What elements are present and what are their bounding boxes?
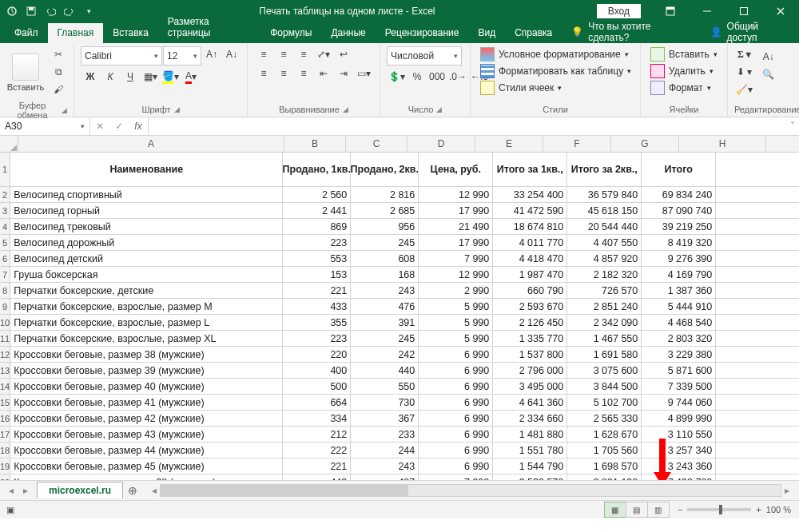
- cell[interactable]: 2 565 330: [567, 411, 642, 426]
- row-header[interactable]: 11: [0, 331, 10, 347]
- cell[interactable]: 3 495 000: [493, 379, 567, 394]
- cell[interactable]: 212: [283, 427, 351, 442]
- cell[interactable]: Кроссовки теннисные, размер 38 (мужские): [10, 474, 283, 480]
- cell[interactable]: 440: [351, 363, 419, 378]
- minimize-icon[interactable]: [689, 0, 725, 22]
- cell[interactable]: Наименование: [10, 153, 283, 186]
- cell[interactable]: 1 537 800: [493, 347, 567, 362]
- row-header[interactable]: 9: [0, 299, 10, 315]
- cell[interactable]: Кроссовки беговые, размер 38 (мужские): [10, 347, 283, 362]
- cell[interactable]: 1 481 880: [493, 427, 567, 442]
- cell[interactable]: 7 990: [419, 474, 493, 480]
- cell[interactable]: 9 276 390: [642, 251, 716, 266]
- cell[interactable]: 5 444 910: [642, 299, 716, 314]
- cell[interactable]: 1 544 790: [493, 459, 567, 474]
- autosave-icon[interactable]: [3, 2, 21, 20]
- cell[interactable]: Перчатки боксерские, детские: [10, 283, 283, 298]
- cell[interactable]: 12 990: [419, 187, 493, 202]
- cell[interactable]: 334: [283, 411, 351, 426]
- row-header[interactable]: 20: [0, 474, 10, 480]
- cell[interactable]: 2 560: [283, 187, 351, 202]
- cell[interactable]: 5 990: [419, 299, 493, 314]
- indent-decrease-icon[interactable]: ⇤: [314, 66, 333, 81]
- row-header[interactable]: 16: [0, 411, 10, 427]
- cell[interactable]: Кроссовки беговые, размер 42 (мужские): [10, 411, 283, 426]
- cell[interactable]: 6 990: [419, 395, 493, 410]
- format-painter-icon[interactable]: 🖌: [50, 81, 67, 97]
- maximize-icon[interactable]: [725, 0, 762, 22]
- row-header[interactable]: 12: [0, 347, 10, 363]
- cell[interactable]: 6 990: [419, 347, 493, 362]
- ribbon-display-icon[interactable]: [652, 0, 689, 22]
- align-top-icon[interactable]: ≡: [254, 46, 273, 62]
- wrap-text-icon[interactable]: ↩: [334, 46, 353, 62]
- cell[interactable]: 1 551 780: [493, 443, 567, 458]
- cell[interactable]: 36 579 840: [567, 187, 642, 202]
- cell[interactable]: 18 674 810: [493, 219, 567, 234]
- cell[interactable]: 244: [351, 443, 419, 458]
- tab-home[interactable]: Главная: [48, 23, 104, 43]
- font-name-combo[interactable]: Calibri▾: [81, 46, 162, 66]
- cell[interactable]: 5 871 600: [642, 363, 716, 378]
- cell[interactable]: [716, 427, 799, 442]
- cell[interactable]: Продано, 2кв.: [351, 153, 419, 186]
- row-header[interactable]: 2: [0, 187, 10, 203]
- clear-button[interactable]: 🧹▾: [734, 81, 754, 97]
- column-header[interactable]: F: [543, 136, 611, 152]
- cell[interactable]: 153: [283, 267, 351, 282]
- row-header[interactable]: 18: [0, 443, 10, 459]
- align-center-icon[interactable]: ≡: [274, 66, 293, 81]
- row-header[interactable]: 14: [0, 379, 10, 395]
- cell[interactable]: 355: [283, 315, 351, 330]
- cell[interactable]: [716, 379, 799, 394]
- cell[interactable]: 660 790: [493, 283, 567, 298]
- sort-filter-button[interactable]: A↓: [759, 51, 778, 62]
- cell[interactable]: 3 075 600: [567, 363, 642, 378]
- cell[interactable]: 1 387 360: [642, 283, 716, 298]
- cell[interactable]: 233: [351, 427, 419, 442]
- cell[interactable]: [716, 219, 799, 234]
- cell[interactable]: 4 011 770: [493, 235, 567, 250]
- align-left-icon[interactable]: ≡: [254, 66, 273, 81]
- cell[interactable]: 245: [351, 235, 419, 250]
- cell[interactable]: 487: [351, 474, 419, 480]
- cell[interactable]: 87 090 740: [642, 203, 716, 218]
- cell[interactable]: 4 899 990: [642, 411, 716, 426]
- row-header[interactable]: 17: [0, 427, 10, 443]
- row-header[interactable]: 1: [0, 153, 10, 187]
- cell[interactable]: Кроссовки беговые, размер 40 (мужские): [10, 379, 283, 394]
- row-header[interactable]: 3: [0, 203, 10, 219]
- cell[interactable]: Перчатки боксерские, взрослые, размер M: [10, 299, 283, 314]
- merge-icon[interactable]: ▭▾: [354, 66, 373, 81]
- cell[interactable]: 1 467 550: [567, 331, 642, 346]
- cell[interactable]: 245: [351, 331, 419, 346]
- underline-button[interactable]: Ч: [121, 69, 140, 85]
- cell[interactable]: Кроссовки беговые, размер 45 (мужские): [10, 459, 283, 474]
- row-header[interactable]: 15: [0, 395, 10, 411]
- cell-styles-button[interactable]: Стили ячеек▾: [477, 80, 565, 96]
- view-page-layout-icon[interactable]: ▤: [626, 502, 648, 518]
- cell[interactable]: [716, 267, 799, 282]
- cell[interactable]: Цена, руб.: [419, 153, 493, 186]
- fill-button[interactable]: ⬇ ▾: [734, 64, 754, 80]
- cell[interactable]: 2 441: [283, 203, 351, 218]
- cell[interactable]: 1 698 570: [567, 459, 642, 474]
- autosum-button[interactable]: Σ ▾: [734, 46, 754, 62]
- select-all-corner[interactable]: [0, 136, 18, 152]
- increase-decimal-icon[interactable]: .0→: [447, 69, 468, 85]
- enter-formula-icon[interactable]: ✓: [109, 121, 129, 132]
- cell[interactable]: 4 169 790: [642, 267, 716, 282]
- tell-me[interactable]: 💡Что вы хотите сделать?: [562, 21, 698, 43]
- cell[interactable]: Итого за 2кв.,: [567, 153, 642, 186]
- row-header[interactable]: 10: [0, 315, 10, 331]
- conditional-formatting-button[interactable]: Условное форматирование▾: [477, 46, 632, 62]
- cell[interactable]: 223: [283, 331, 351, 346]
- cut-icon[interactable]: ✂: [50, 46, 67, 62]
- cell[interactable]: 243: [351, 459, 419, 474]
- cell[interactable]: 500: [283, 379, 351, 394]
- number-format-combo[interactable]: Числовой▾: [387, 46, 462, 66]
- launcher-icon[interactable]: ◢: [343, 105, 348, 113]
- tab-data[interactable]: Данные: [321, 23, 375, 43]
- sheet-nav-next-icon[interactable]: ▸: [19, 485, 32, 496]
- cell[interactable]: Велосипед дорожный: [10, 235, 283, 250]
